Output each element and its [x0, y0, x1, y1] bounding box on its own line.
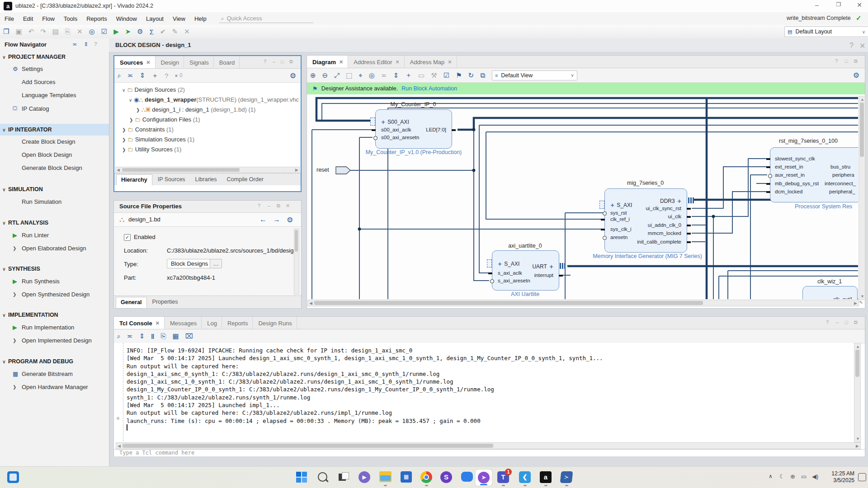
- settings-gear-icon[interactable]: ⚙: [137, 28, 143, 36]
- expand-all-icon[interactable]: ⇕: [84, 41, 88, 47]
- tray-chevron-icon[interactable]: ∧: [769, 473, 773, 479]
- close-icon[interactable]: ✕: [286, 203, 290, 209]
- help-icon[interactable]: ?: [264, 59, 266, 64]
- port-init-calib-complete[interactable]: init_calib_complete: [637, 239, 681, 244]
- run-block-automation-link[interactable]: Run Block Automation: [401, 85, 457, 92]
- powershell-icon[interactable]: ≻: [560, 471, 573, 483]
- task-view-icon[interactable]: [339, 472, 349, 481]
- tree-row-configuration-files[interactable]: ❯ 🗀 Configuration Files (1): [129, 116, 298, 123]
- notification-center-icon[interactable]: [858, 473, 866, 481]
- gear-icon[interactable]: ⚙: [287, 216, 293, 224]
- search-icon[interactable]: ◎: [369, 71, 375, 80]
- layout-dropdown[interactable]: ▤ Default Layout ∨: [784, 26, 868, 37]
- flow-item-generate-block-design[interactable]: Generate Block Design: [0, 162, 109, 173]
- section-program-and-debug[interactable]: ∨PROGRAM AND DEBUG: [0, 356, 109, 367]
- port-s00-axi-aresetn[interactable]: s00_axi_aresetn: [381, 135, 419, 140]
- close-icon[interactable]: ✕: [339, 59, 343, 65]
- port-peripheral-reset[interactable]: periphera: [832, 172, 854, 178]
- port-ddr3[interactable]: DDR3 ＋: [660, 197, 682, 205]
- flow-item-run-implementation[interactable]: ▶Run Implementation: [0, 322, 109, 333]
- tray-volume-icon[interactable]: ◀): [812, 473, 818, 480]
- tab-design[interactable]: Design: [156, 56, 184, 68]
- port-ui-clk-sync-rst[interactable]: ui_clk_sync_rst: [646, 206, 681, 211]
- close-icon[interactable]: ✕: [146, 60, 150, 66]
- back-arrow-icon[interactable]: ←: [259, 216, 267, 224]
- flow-item-open-synthesized-design[interactable]: ❯Open Synthesized Design: [0, 289, 109, 300]
- tree-row-design-1-wrapper[interactable]: ∨ ◉⛬ design_1_wrapper(STRUCTURE) (design…: [129, 96, 298, 103]
- block-rst-mig-7series[interactable]: slowest_sync_clk ext_reset_in aux_reset_…: [770, 147, 858, 202]
- close-icon[interactable]: ✕: [859, 42, 865, 50]
- copy-icon[interactable]: ⎘: [160, 332, 166, 340]
- type-value-button[interactable]: Block Designs: [167, 259, 212, 268]
- float-panel-icon[interactable]: ⧉: [854, 319, 858, 325]
- run-icon[interactable]: ▶: [113, 28, 119, 36]
- block-clk-wiz-1[interactable]: clk_out1: [802, 286, 858, 299]
- tab-address-editor[interactable]: Address Editor✕: [348, 56, 404, 68]
- zoom-selection-icon[interactable]: ⬚: [346, 71, 352, 80]
- tray-display-icon[interactable]: ▭: [801, 473, 807, 480]
- pin-icon[interactable]: ⚑: [456, 71, 462, 80]
- block-mig-7series-0[interactable]: ＋ S_AXI sys_rst clk_ref_i sys_clk_i ares…: [604, 188, 687, 253]
- flow-item-settings[interactable]: ⚙Settings: [0, 63, 109, 74]
- copy-icon[interactable]: ⎘: [65, 28, 71, 36]
- clock[interactable]: 12:25 AM 3/5/2025: [825, 470, 854, 484]
- minimize-button[interactable]: –: [809, 1, 825, 11]
- interface-view-icon[interactable]: ⧉: [480, 71, 485, 80]
- delete-icon[interactable]: ✕: [77, 28, 83, 36]
- help-icon[interactable]: ?: [849, 42, 854, 50]
- tcl-command-input[interactable]: Type a Tcl command here: [114, 449, 865, 456]
- help-icon[interactable]: ?: [835, 58, 838, 64]
- zoom-out-icon[interactable]: ⊖: [322, 71, 328, 80]
- file-explorer-icon[interactable]: [379, 471, 392, 482]
- undo-icon[interactable]: ↶: [28, 28, 34, 36]
- port-ext-reset-in[interactable]: ext_reset_in: [775, 164, 803, 169]
- tcl-hscrollbar[interactable]: ◀▶: [116, 442, 861, 449]
- port-mmcm-locked[interactable]: mmcm_locked: [648, 230, 681, 236]
- maximize-panel-icon[interactable]: □: [845, 319, 848, 325]
- store-icon[interactable]: ▦: [401, 471, 412, 483]
- close-icon[interactable]: ✕: [156, 320, 160, 326]
- port-clk-ref-i[interactable]: clk_ref_i: [610, 216, 630, 222]
- close-icon[interactable]: ✕: [448, 59, 452, 65]
- flow-item-language-templates[interactable]: Language Templates: [0, 89, 109, 100]
- port-s00-axi-aclk[interactable]: s00_axi_aclk: [381, 127, 411, 132]
- float-panel-icon[interactable]: ⧉: [289, 59, 293, 65]
- diagram-vscrollbar[interactable]: ▲▼: [859, 96, 865, 300]
- collapse-all-icon[interactable]: ≍: [127, 71, 133, 80]
- redo-icon[interactable]: ↷: [40, 28, 46, 36]
- video-app-icon[interactable]: ▶: [359, 471, 370, 483]
- resize-corner-icon[interactable]: ⬉: [859, 300, 863, 305]
- tree-row-constraints[interactable]: ❯ 🗀 Constraints (1): [122, 126, 298, 133]
- validate-icon[interactable]: ☑: [101, 28, 107, 36]
- tab-design-runs[interactable]: Design Runs: [253, 317, 297, 329]
- section-ip-integrator[interactable]: ∨IP INTEGRATOR: [0, 124, 109, 136]
- port-aresetn[interactable]: aresetn: [610, 235, 627, 240]
- block-axi-uartlite-0[interactable]: ＋ S_AXI s_axi_aclk s_axi_aresetn UART ＋ …: [492, 250, 559, 291]
- close-button[interactable]: ✕: [852, 1, 867, 11]
- forward-arrow-icon[interactable]: →: [273, 216, 280, 224]
- vscode-icon[interactable]: ❮: [519, 471, 531, 483]
- minimize-panel-icon[interactable]: –: [836, 319, 839, 325]
- menu-layout[interactable]: Layout: [142, 15, 168, 22]
- tab-compile-order[interactable]: Compile Order: [222, 174, 268, 185]
- maximize-panel-icon[interactable]: □: [845, 58, 848, 64]
- port-s-axi[interactable]: ＋ S_AXI: [497, 260, 519, 268]
- tab-log[interactable]: Log: [202, 317, 222, 329]
- tab-hierarchy[interactable]: Hierarchy: [116, 174, 152, 185]
- tree-row-design-1-i[interactable]: ❯ ⛬▣ design_1_i : design_1 (design_1.bd)…: [136, 106, 299, 113]
- report-icon[interactable]: ▤: [52, 28, 59, 36]
- menu-help[interactable]: Help: [190, 15, 211, 22]
- collapse-marker-icon[interactable]: ⊖: [117, 416, 119, 421]
- expand-all-icon[interactable]: ⇕: [139, 71, 145, 80]
- section-synthesis[interactable]: ∨SYNTHESIS: [0, 263, 109, 275]
- clear-console-icon[interactable]: ⌧: [185, 332, 193, 340]
- port-s-axi[interactable]: ＋ S_AXI: [609, 201, 632, 209]
- tcl-output[interactable]: ⊖ INFO: [IP_Flow 19-6924] IPCACHE: Runni…: [114, 343, 853, 441]
- tree-row-simulation-sources[interactable]: ❯ 🗀 Simulation Sources (1): [122, 136, 298, 143]
- tab-board[interactable]: Board: [214, 56, 240, 68]
- widgets-icon[interactable]: [7, 471, 19, 483]
- port-s00-axi[interactable]: ＋ S00_AXI: [380, 118, 409, 126]
- validate-design-icon[interactable]: ☑: [443, 71, 449, 80]
- sources-hscrollbar[interactable]: ◀▶: [115, 167, 300, 173]
- gear-icon[interactable]: ⚙: [290, 71, 296, 80]
